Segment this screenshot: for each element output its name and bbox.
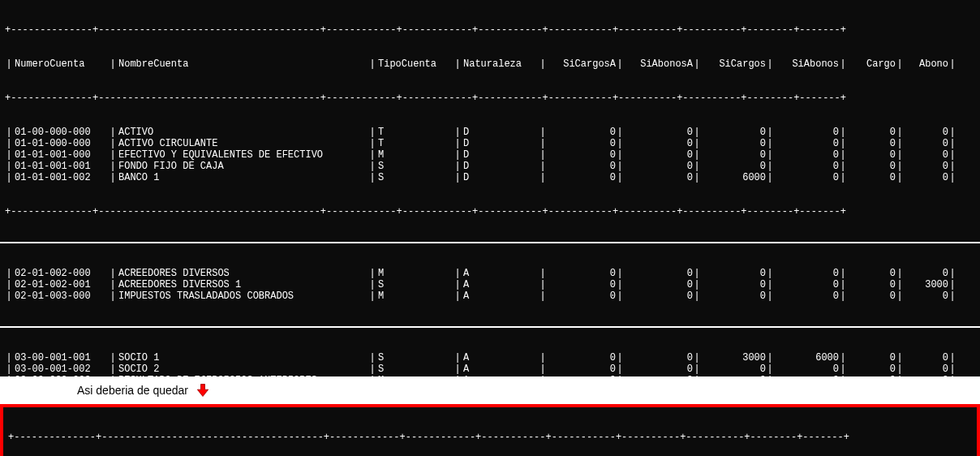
cell-sica: 0 (547, 127, 616, 138)
col-cargo: Cargo (847, 58, 896, 70)
cell-cargo: 0 (847, 279, 896, 290)
cell-nat: A (462, 364, 539, 375)
cell-cargo: 0 (847, 172, 896, 183)
cell-sia: 0 (774, 149, 839, 161)
cell-sica: 0 (547, 279, 616, 290)
sql-result-expected: +--------------+------------------------… (3, 407, 977, 456)
cell-name: IMPUESTOS TRASLADADOS COBRADOS (117, 290, 368, 302)
cell-tipo: T (376, 127, 453, 138)
cell-name: ACREEDORES DIVERSOS 1 (117, 279, 368, 290)
cell-nat: A (462, 290, 539, 302)
cell-siaa: 0 (624, 364, 693, 375)
cell-abono: 0 (904, 290, 948, 302)
cell-tipo: S (376, 279, 453, 290)
cell-abono: 0 (904, 375, 948, 376)
cell-num: 02-01-003-000 (13, 290, 109, 302)
annotation-text: Asi deberia de quedar (77, 384, 188, 397)
cell-abono: 0 (904, 127, 948, 138)
expected-frame: +--------------+------------------------… (0, 404, 980, 456)
col-nat: Naturaleza (462, 58, 539, 70)
cell-cargo: 0 (847, 149, 896, 161)
cell-siaa: 0 (624, 352, 693, 364)
cell-sic: 0 (701, 161, 766, 172)
cell-nat: D (462, 149, 539, 161)
cell-sica: 0 (547, 149, 616, 161)
cell-name: ACTIVO (117, 127, 368, 138)
cell-num: 02-01-002-000 (13, 268, 109, 279)
page: +--------------+------------------------… (0, 0, 980, 456)
sql-result-current: +--------------+------------------------… (0, 0, 980, 242)
cell-sic: 0 (701, 375, 766, 376)
table-row: |01-01-001-000|EFECTIVO Y EQUIVALENTES D… (5, 149, 975, 161)
cell-sic: 0 (701, 279, 766, 290)
cell-sic: 3000 (701, 352, 766, 364)
table-row: |03-00-001-001|SOCIO 1|S|A|0|0|3000|6000… (5, 352, 975, 364)
table-row: |02-01-002-001|ACREEDORES DIVERSOS 1|S|A… (5, 279, 975, 290)
col-sica: SiCargosA (547, 58, 616, 70)
cell-tipo: S (376, 364, 453, 375)
cell-sica: 0 (547, 352, 616, 364)
cell-sica: 0 (547, 161, 616, 172)
cell-cargo: 0 (847, 352, 896, 364)
cell-num: 01-00-000-000 (13, 127, 109, 138)
table-row: |01-00-000-000|ACTIVO|T|D|0|0|0|0|0|0| (5, 127, 975, 138)
cell-nat: A (462, 352, 539, 364)
table-row: |01-01-001-001|FONDO FIJO DE CAJA|S|D|0|… (5, 161, 975, 172)
cell-nat: A (462, 268, 539, 279)
cell-num: 03-00-002-000 (13, 375, 109, 376)
cell-cargo: 0 (847, 290, 896, 302)
cell-sia: 0 (774, 161, 839, 172)
cell-sic: 0 (701, 149, 766, 161)
cell-sica: 0 (547, 375, 616, 376)
cell-sica: 0 (547, 138, 616, 149)
cell-sic: 0 (701, 290, 766, 302)
cell-nat: D (462, 172, 539, 183)
cell-sia: 0 (774, 138, 839, 149)
cell-abono: 0 (904, 138, 948, 149)
col-tipo: TipoCuenta (376, 58, 453, 70)
cell-sia: 0 (774, 172, 839, 183)
cell-siaa: 0 (624, 161, 693, 172)
cell-sia: 0 (774, 268, 839, 279)
cell-name: ACTIVO CIRCULANTE (117, 138, 368, 149)
cell-nat: A (462, 279, 539, 290)
cell-abono: 0 (904, 268, 948, 279)
cell-sia: 6000 (774, 352, 839, 364)
divider: +--------------+------------------------… (5, 92, 975, 104)
cell-tipo: M (376, 268, 453, 279)
divider: +--------------+------------------------… (5, 206, 975, 217)
cell-cargo: 0 (847, 364, 896, 375)
cell-siaa: 0 (624, 127, 693, 138)
table-header: |NumeroCuenta|NombreCuenta|TipoCuenta|Na… (5, 58, 975, 70)
cell-tipo: S (376, 352, 453, 364)
table-row: |01-01-001-002|BANCO 1|S|D|0|0|6000|0|0|… (5, 172, 975, 183)
col-sic: SiCargos (701, 58, 766, 70)
cell-name: FONDO FIJO DE CAJA (117, 161, 368, 172)
cell-sia: 0 (774, 127, 839, 138)
cell-num: 03-00-001-002 (13, 364, 109, 375)
cell-name: BANCO 1 (117, 172, 368, 183)
cell-sic: 0 (701, 268, 766, 279)
cell-siaa: 0 (624, 279, 693, 290)
cell-sic: 0 (701, 138, 766, 149)
cell-siaa: 0 (624, 290, 693, 302)
cell-sia: 0 (774, 290, 839, 302)
cell-tipo: M (376, 375, 453, 376)
cell-sica: 0 (547, 268, 616, 279)
cell-num: 01-01-001-000 (13, 149, 109, 161)
cell-num: 01-01-001-001 (13, 161, 109, 172)
cell-cargo: 0 (847, 375, 896, 376)
cell-tipo: M (376, 290, 453, 302)
col-abono: Abono (904, 58, 948, 70)
cell-abono: 0 (904, 352, 948, 364)
cell-siaa: 0 (624, 268, 693, 279)
cell-siaa: 0 (624, 149, 693, 161)
cell-siaa: 0 (624, 172, 693, 183)
cell-name: SOCIO 1 (117, 352, 368, 364)
arrow-down-icon (195, 382, 211, 398)
sql-result-current-part2: |02-01-002-000|ACREEDORES DIVERSOS|M|A|0… (0, 243, 980, 326)
cell-sia: 0 (774, 279, 839, 290)
sql-result-current-part3: |03-00-001-001|SOCIO 1|S|A|0|0|3000|6000… (0, 328, 980, 376)
cell-abono: 0 (904, 161, 948, 172)
cell-num: 02-01-002-001 (13, 279, 109, 290)
